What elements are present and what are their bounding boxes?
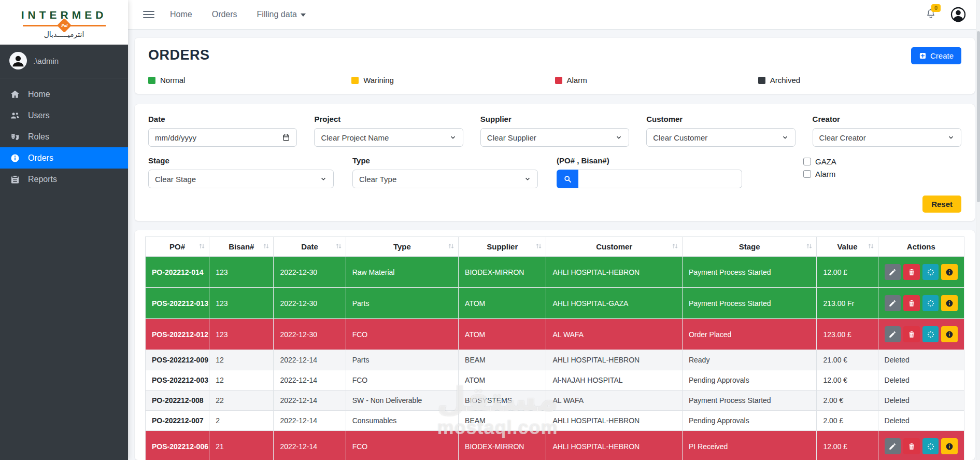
info-button[interactable] bbox=[941, 295, 958, 311]
navbar-right: 0 bbox=[925, 6, 967, 23]
sidebar-item-roles[interactable]: Roles bbox=[0, 126, 128, 147]
user-panel[interactable]: .\admin bbox=[0, 45, 128, 78]
delete-button[interactable] bbox=[903, 264, 920, 280]
gaza-checkbox[interactable]: GAZA bbox=[803, 157, 961, 166]
notifications-button[interactable]: 0 bbox=[925, 8, 936, 21]
column-header-stage[interactable]: Stage bbox=[682, 237, 816, 257]
delete-button[interactable] bbox=[903, 326, 920, 342]
trash-icon bbox=[907, 442, 916, 451]
nav-link-home[interactable]: Home bbox=[170, 10, 192, 19]
chevron-down-icon bbox=[615, 134, 622, 141]
cell-actions: Deleted bbox=[878, 391, 964, 411]
supplier-filter-select[interactable]: Clear Supplier bbox=[480, 128, 629, 147]
create-button-label: Create bbox=[930, 51, 954, 60]
process-button[interactable] bbox=[922, 295, 939, 311]
cell-bisan: 123 bbox=[209, 319, 274, 350]
info-button[interactable] bbox=[941, 438, 958, 454]
cell-date: 2022-12-30 bbox=[274, 257, 346, 288]
cell-type: FCO bbox=[346, 319, 458, 350]
project-filter-select[interactable]: Clear Project Name bbox=[314, 128, 463, 147]
sort-icon[interactable] bbox=[671, 242, 679, 252]
user-avatar-icon bbox=[9, 52, 27, 69]
scrollbar-thumb[interactable] bbox=[977, 31, 980, 202]
date-filter-input[interactable]: mm/dd/yyyy bbox=[148, 128, 297, 147]
deleted-status-label: Deleted bbox=[885, 416, 910, 425]
cell-customer: AHLI HOSPITAL-GAZA bbox=[546, 288, 682, 319]
page-title: ORDERS bbox=[148, 47, 210, 63]
alarm-checkbox[interactable]: Alarm bbox=[803, 170, 961, 178]
nav-link-label: Home bbox=[170, 10, 192, 19]
info-button[interactable] bbox=[941, 326, 958, 342]
process-button[interactable] bbox=[922, 438, 939, 454]
column-header-type[interactable]: Type bbox=[346, 237, 458, 257]
profile-avatar-button[interactable] bbox=[950, 6, 967, 23]
column-header-bisan[interactable]: Bisan# bbox=[209, 237, 274, 257]
legend-label: Warining bbox=[363, 76, 394, 85]
create-button[interactable]: Create bbox=[911, 47, 961, 64]
cell-date: 2022-12-14 bbox=[274, 431, 346, 460]
sort-icon[interactable] bbox=[335, 242, 343, 252]
stage-filter-label: Stage bbox=[148, 156, 334, 165]
column-header-value[interactable]: Value bbox=[817, 237, 878, 257]
order-row-po-202212-008: PO-202212-008222022-12-14SW - Non Delive… bbox=[146, 391, 964, 411]
nav-link-orders[interactable]: Orders bbox=[212, 10, 237, 19]
nav-link-filling-data[interactable]: Filling data bbox=[257, 10, 306, 19]
cell-value: 123.00 £ bbox=[817, 319, 878, 350]
sort-icon[interactable] bbox=[805, 242, 813, 252]
sidebar-item-orders[interactable]: Orders bbox=[0, 147, 128, 169]
sidebar-item-label: Roles bbox=[28, 132, 49, 142]
trash-icon bbox=[907, 330, 916, 339]
customer-filter-label: Customer bbox=[646, 115, 795, 123]
page-scrollbar[interactable] bbox=[976, 0, 980, 460]
stage-filter-select[interactable]: Clear Stage bbox=[148, 170, 334, 188]
supplier-filter-field: Supplier Clear Supplier bbox=[480, 115, 629, 147]
sort-icon[interactable] bbox=[262, 242, 270, 252]
column-header-label: PO# bbox=[169, 242, 185, 251]
info-button[interactable] bbox=[941, 264, 958, 280]
po-bisan-search-input[interactable] bbox=[578, 170, 742, 188]
bell-icon bbox=[925, 12, 936, 21]
sort-icon[interactable] bbox=[535, 242, 543, 252]
trash-icon bbox=[907, 268, 916, 276]
column-header-supplier[interactable]: Supplier bbox=[459, 237, 546, 257]
order-row-pos-202212-006: POS-202212-006212022-12-14FCOBIODEX-MIRR… bbox=[146, 431, 964, 460]
cell-customer: AHLI HOSPITAL-HEBRON bbox=[546, 350, 682, 370]
customer-filter-select[interactable]: Clear Customer bbox=[646, 128, 795, 147]
cell-supplier: BIODEX-MIRRON bbox=[459, 431, 546, 460]
checkbox-box[interactable] bbox=[803, 158, 811, 165]
sort-icon[interactable] bbox=[198, 242, 206, 252]
sidebar-item-reports[interactable]: Reports bbox=[0, 169, 128, 190]
column-header-po[interactable]: PO# bbox=[146, 237, 209, 257]
legend-label: Alarm bbox=[567, 76, 587, 85]
edit-button[interactable] bbox=[885, 326, 901, 342]
delete-button[interactable] bbox=[903, 295, 920, 311]
creator-filter-select[interactable]: Clear Creator bbox=[813, 128, 961, 147]
edit-button[interactable] bbox=[885, 438, 901, 454]
cell-bisan: 12 bbox=[209, 350, 274, 370]
process-button[interactable] bbox=[922, 326, 939, 342]
sidebar-item-label: Users bbox=[28, 111, 50, 120]
sort-icon[interactable] bbox=[867, 242, 875, 252]
cell-value: 2.00 £ bbox=[817, 411, 878, 431]
process-button[interactable] bbox=[922, 264, 939, 280]
sidebar-item-users[interactable]: Users bbox=[0, 105, 128, 126]
cell-type: FCO bbox=[346, 431, 458, 460]
date-placeholder: mm/dd/yyyy bbox=[155, 133, 282, 142]
cell-stage: Ready bbox=[682, 350, 816, 370]
delete-button[interactable] bbox=[903, 438, 920, 454]
row-actions bbox=[885, 264, 958, 280]
sort-icon[interactable] bbox=[447, 242, 455, 252]
hamburger-menu-icon[interactable] bbox=[143, 11, 154, 18]
search-button[interactable] bbox=[557, 170, 578, 188]
edit-button[interactable] bbox=[885, 264, 901, 280]
type-filter-select[interactable]: Clear Type bbox=[352, 170, 538, 188]
cell-po: PO-202212-014 bbox=[146, 257, 209, 288]
brand-logo[interactable]: INTERMED Pal انترميـــــدبال bbox=[0, 0, 128, 45]
column-header-date[interactable]: Date bbox=[274, 237, 346, 257]
calendar-icon[interactable] bbox=[282, 133, 290, 142]
reset-button[interactable]: Reset bbox=[922, 196, 961, 213]
sidebar-item-home[interactable]: Home bbox=[0, 83, 128, 105]
checkbox-box[interactable] bbox=[803, 170, 811, 178]
column-header-customer[interactable]: Customer bbox=[546, 237, 682, 257]
edit-button[interactable] bbox=[885, 295, 901, 311]
